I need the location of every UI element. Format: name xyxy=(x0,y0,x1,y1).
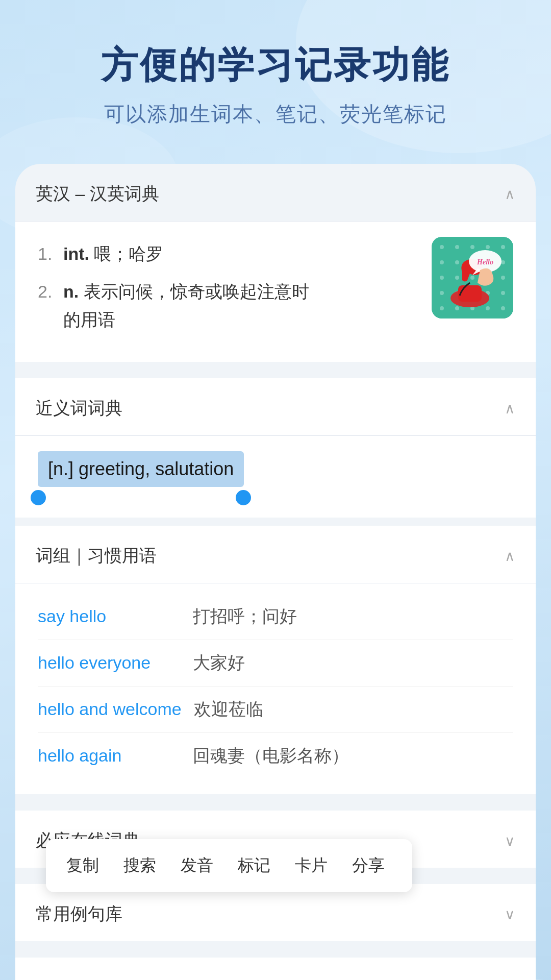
phrase-en-1: say hello xyxy=(38,606,181,626)
synonym-content: [n.] greeting, salutation xyxy=(15,436,536,518)
context-menu-pronounce[interactable]: 发音 xyxy=(168,849,226,882)
svg-rect-29 xyxy=(458,285,482,302)
svg-point-24 xyxy=(455,306,459,310)
svg-point-13 xyxy=(440,276,444,280)
context-menu-card[interactable]: 卡片 xyxy=(283,849,340,882)
phrase-zh-4: 回魂妻（电影名称） xyxy=(193,744,349,768)
highlighted-synonym-text[interactable]: [n.] greeting, salutation xyxy=(38,451,244,487)
synonym-section-header[interactable]: 近义词词典 ∧ xyxy=(15,378,536,436)
header: 方便的学习记录功能 可以添加生词本、笔记、荧光笔标记 xyxy=(0,0,551,149)
phrases-section-header[interactable]: 词组｜习惯用语 ∧ xyxy=(15,526,536,583)
hello-image: Hello xyxy=(432,237,513,318)
phrase-zh-3: 欢迎莅临 xyxy=(194,698,263,721)
svg-point-7 xyxy=(501,245,505,249)
page-title: 方便的学习记录功能 xyxy=(31,41,520,90)
page-subtitle: 可以添加生词本、笔记、荧光笔标记 xyxy=(31,100,520,128)
phrase-zh-1: 打招呼；问好 xyxy=(193,605,297,628)
svg-point-23 xyxy=(440,306,444,310)
svg-point-15 xyxy=(470,276,474,280)
phrase-item-2[interactable]: hello everyone 大家好 xyxy=(38,640,513,687)
changyong-section: 常用例句库 ∨ xyxy=(15,884,536,941)
changyong-section-header[interactable]: 常用例句库 ∨ xyxy=(15,884,536,941)
phrase-item-1[interactable]: say hello 打招呼；问好 xyxy=(38,594,513,640)
svg-point-9 xyxy=(455,260,459,264)
phrases-chevron-icon: ∧ xyxy=(505,548,515,565)
dictionary-section-title: 英汉 – 汉英词典 xyxy=(36,182,159,206)
phrase-item-4[interactable]: hello again 回魂妻（电影名称） xyxy=(38,733,513,779)
context-menu-search[interactable]: 搜索 xyxy=(111,849,168,882)
synonym-chevron-icon: ∧ xyxy=(505,400,515,417)
phrase-item-3[interactable]: hello and welcome 欢迎莅临 xyxy=(38,687,513,733)
svg-point-6 xyxy=(486,245,490,249)
phrases-content: say hello 打招呼；问好 hello everyone 大家好 hell… xyxy=(15,583,536,794)
selection-handle-left xyxy=(31,490,46,505)
gap-1 xyxy=(15,370,536,378)
svg-point-22 xyxy=(501,291,505,295)
phrases-section-title: 词组｜习惯用语 xyxy=(36,544,157,568)
tingli-plus-button[interactable]: + xyxy=(502,976,515,980)
tingli-section-header[interactable]: 听力原声例句 + xyxy=(15,958,536,980)
svg-point-26 xyxy=(486,306,490,310)
svg-point-12 xyxy=(501,260,505,264)
dictionary-content: Hello 1. int. 喂；哈罗 2. n. 表示问候，惊奇或唤起注意时的用… xyxy=(15,222,536,362)
selection-handle-right xyxy=(236,490,251,505)
svg-point-8 xyxy=(440,260,444,264)
phrase-en-3: hello and welcome xyxy=(38,699,182,719)
tingli-section: 听力原声例句 + xyxy=(15,958,536,980)
changyong-chevron-icon: ∨ xyxy=(505,906,515,923)
changyong-section-title: 常用例句库 xyxy=(36,902,122,926)
phrase-en-2: hello everyone xyxy=(38,653,181,673)
phrase-zh-2: 大家好 xyxy=(193,651,245,675)
context-menu-copy[interactable]: 复制 xyxy=(61,849,111,882)
gap-5 xyxy=(15,941,536,949)
svg-point-5 xyxy=(470,245,474,249)
biying-chevron-icon: ∨ xyxy=(505,832,515,849)
svg-point-4 xyxy=(455,245,459,249)
gap-3 xyxy=(15,794,536,802)
svg-point-27 xyxy=(501,306,505,310)
dictionary-section-header[interactable]: 英汉 – 汉英词典 ∧ xyxy=(15,164,536,222)
context-menu-mark[interactable]: 标记 xyxy=(226,849,283,882)
context-menu: 复制 搜索 发音 标记 卡片 分享 xyxy=(46,839,412,892)
svg-text:Hello: Hello xyxy=(477,258,493,266)
svg-point-17 xyxy=(501,276,505,280)
svg-point-18 xyxy=(440,291,444,295)
tingli-section-title: 听力原声例句 xyxy=(36,977,140,980)
svg-point-14 xyxy=(455,276,459,280)
gap-2 xyxy=(15,518,536,526)
main-card: 英汉 – 汉英词典 ∧ xyxy=(15,164,536,980)
synonym-section-title: 近义词词典 xyxy=(36,397,122,420)
context-menu-share[interactable]: 分享 xyxy=(340,849,397,882)
phrase-en-4: hello again xyxy=(38,746,181,766)
dictionary-chevron-icon: ∧ xyxy=(505,186,515,203)
svg-point-3 xyxy=(440,245,444,249)
